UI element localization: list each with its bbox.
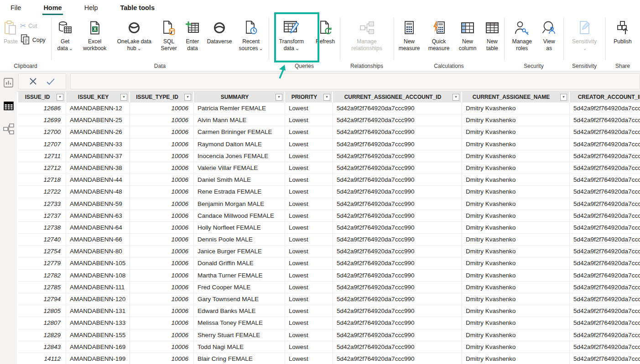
cell-issue_id[interactable]: 12779 bbox=[18, 257, 66, 269]
cell-current_assignee_account_id[interactable]: 5d42a9f2f764920da7ccc990 bbox=[333, 293, 462, 305]
cell-issue_type_id[interactable]: 10006 bbox=[130, 174, 194, 185]
cell-current_assignee_name[interactable]: Dmitry Kvashenko bbox=[462, 282, 570, 293]
column-header-creator_account_id[interactable]: CREATOR_ACCOUNT_ID▾ bbox=[570, 92, 640, 103]
column-filter-button[interactable]: ▾ bbox=[323, 94, 330, 101]
cell-issue_id[interactable]: 12686 bbox=[18, 103, 66, 114]
cell-current_assignee_account_id[interactable]: 5d42a9f2f764920da7ccc990 bbox=[333, 246, 462, 257]
cell-creator_account_id[interactable]: 5d42a9f2f764920da7ccc990 bbox=[570, 270, 640, 281]
enter-data-button[interactable]: Enter data bbox=[182, 18, 203, 53]
recent-sources-button[interactable]: Recent sources⌄ bbox=[236, 18, 265, 53]
cell-issue_key[interactable]: AMANDABENN-63 bbox=[66, 210, 130, 221]
copy-button[interactable]: Copy bbox=[20, 34, 46, 46]
cell-issue_key[interactable]: AMANDABENN-33 bbox=[66, 138, 130, 150]
sidebar-data-view[interactable] bbox=[2, 100, 15, 113]
cell-current_assignee_account_id[interactable]: 5d42a9f2f764920da7ccc990 bbox=[333, 162, 462, 174]
cell-issue_id[interactable]: 12737 bbox=[18, 210, 66, 221]
view-as-button[interactable]: View as bbox=[540, 18, 558, 53]
cell-current_assignee_account_id[interactable]: 5d42a9f2f764920da7ccc990 bbox=[333, 353, 462, 364]
cell-current_assignee_name[interactable]: Dmitry Kvashenko bbox=[462, 341, 570, 353]
cell-priority[interactable]: Lowest bbox=[285, 293, 333, 305]
cell-creator_account_id[interactable]: 5d42a9f2f764920da7ccc990 bbox=[570, 138, 640, 150]
cell-issue_key[interactable]: AMANDABENN-133 bbox=[66, 317, 130, 328]
cell-priority[interactable]: Lowest bbox=[285, 234, 333, 245]
cell-current_assignee_name[interactable]: Dmitry Kvashenko bbox=[462, 317, 570, 328]
cell-issue_type_id[interactable]: 10006 bbox=[130, 305, 194, 317]
cell-issue_id[interactable]: 12782 bbox=[18, 270, 66, 281]
cell-creator_account_id[interactable]: 5d42a9f2f764920da7ccc990 bbox=[570, 246, 640, 257]
cell-issue_id[interactable]: 12785 bbox=[18, 282, 66, 293]
column-filter-button[interactable]: ▾ bbox=[560, 94, 567, 101]
cell-priority[interactable]: Lowest bbox=[285, 270, 333, 281]
cell-issue_id[interactable]: 12718 bbox=[18, 174, 66, 185]
cell-priority[interactable]: Lowest bbox=[285, 150, 333, 162]
cell-issue_key[interactable]: AMANDABENN-111 bbox=[66, 282, 130, 293]
cell-current_assignee_name[interactable]: Dmitry Kvashenko bbox=[462, 198, 570, 210]
cell-issue_type_id[interactable]: 10006 bbox=[130, 103, 194, 114]
cell-creator_account_id[interactable]: 5d42a9f2f764920da7ccc990 bbox=[570, 293, 640, 305]
dataverse-button[interactable]: Dataverse bbox=[206, 18, 234, 46]
cell-issue_type_id[interactable]: 10006 bbox=[130, 293, 194, 305]
cell-issue_key[interactable]: AMANDABENN-120 bbox=[66, 293, 130, 305]
cell-priority[interactable]: Lowest bbox=[285, 138, 333, 150]
cell-summary[interactable]: Donald Griffin MALE bbox=[194, 257, 285, 269]
cell-issue_id[interactable]: 12794 bbox=[18, 293, 66, 305]
cell-creator_account_id[interactable]: 5d42a9f2f764920da7ccc990 bbox=[570, 329, 640, 341]
cell-issue_key[interactable]: AMANDABENN-80 bbox=[66, 246, 130, 257]
cell-current_assignee_name[interactable]: Dmitry Kvashenko bbox=[462, 162, 570, 174]
cell-current_assignee_account_id[interactable]: 5d42a9f2f764920da7ccc990 bbox=[333, 114, 462, 126]
cell-current_assignee_name[interactable]: Dmitry Kvashenko bbox=[462, 246, 570, 257]
cell-priority[interactable]: Lowest bbox=[285, 198, 333, 210]
cell-summary[interactable]: Todd Nagi MALE bbox=[194, 341, 285, 353]
cell-creator_account_id[interactable]: 5d42a9f2f764920da7ccc990 bbox=[570, 103, 640, 114]
cell-priority[interactable]: Lowest bbox=[285, 257, 333, 269]
cell-creator_account_id[interactable]: 5d42a9f2f764920da7ccc990 bbox=[570, 222, 640, 233]
cell-summary[interactable]: Valerie Villar FEMALE bbox=[194, 162, 285, 174]
menu-file[interactable]: File bbox=[10, 4, 21, 11]
cell-priority[interactable]: Lowest bbox=[285, 329, 333, 341]
cell-priority[interactable]: Lowest bbox=[285, 103, 333, 114]
cell-summary[interactable]: Melissa Toney FEMALE bbox=[194, 317, 285, 328]
cell-summary[interactable]: Edward Banks MALE bbox=[194, 305, 285, 317]
cell-issue_id[interactable]: 12740 bbox=[18, 234, 66, 245]
cell-priority[interactable]: Lowest bbox=[285, 186, 333, 197]
cell-current_assignee_account_id[interactable]: 5d42a9f2f764920da7ccc990 bbox=[333, 329, 462, 341]
cell-summary[interactable]: Inocencia Jones FEMALE bbox=[194, 150, 285, 162]
cell-creator_account_id[interactable]: 5d42a9f2f764920da7ccc990 bbox=[570, 234, 640, 245]
cell-issue_type_id[interactable]: 10006 bbox=[130, 329, 194, 341]
cell-creator_account_id[interactable]: 5d42a9f2f764920da7ccc990 bbox=[570, 353, 640, 364]
new-measure-button[interactable]: New measure bbox=[395, 18, 423, 53]
manage-roles-button[interactable]: Manage roles bbox=[509, 18, 535, 53]
cancel-button[interactable] bbox=[29, 77, 37, 85]
cell-issue_type_id[interactable]: 10006 bbox=[130, 138, 194, 150]
cell-summary[interactable]: Holly Norfleet FEMALE bbox=[194, 222, 285, 233]
cell-current_assignee_name[interactable]: Dmitry Kvashenko bbox=[462, 186, 570, 197]
cell-current_assignee_account_id[interactable]: 5d42a9f2f764920da7ccc990 bbox=[333, 186, 462, 197]
cell-issue_id[interactable]: 12807 bbox=[18, 317, 66, 328]
cell-creator_account_id[interactable]: 5d42a9f2f764920da7ccc990 bbox=[570, 282, 640, 293]
cell-summary[interactable]: Patricia Remler FEMALE bbox=[194, 103, 285, 114]
cell-issue_key[interactable]: AMANDABENN-37 bbox=[66, 150, 130, 162]
column-header-issue_key[interactable]: ISSUE_KEY▾ bbox=[66, 92, 130, 103]
cell-issue_id[interactable]: 12843 bbox=[18, 341, 66, 353]
cell-priority[interactable]: Lowest bbox=[285, 305, 333, 317]
column-header-summary[interactable]: SUMMARY▾ bbox=[194, 92, 285, 103]
transform-data-button[interactable]: Transform data⌄ bbox=[272, 18, 311, 53]
sidebar-model-view[interactable] bbox=[2, 123, 15, 136]
cell-issue_key[interactable]: AMANDABENN-131 bbox=[66, 305, 130, 317]
cell-issue_type_id[interactable]: 10006 bbox=[130, 198, 194, 210]
cell-issue_key[interactable]: AMANDABENN-169 bbox=[66, 341, 130, 353]
cell-current_assignee_name[interactable]: Dmitry Kvashenko bbox=[462, 174, 570, 185]
cell-priority[interactable]: Lowest bbox=[285, 317, 333, 328]
commit-button[interactable] bbox=[46, 78, 55, 85]
cell-current_assignee_account_id[interactable]: 5d42a9f2f764920da7ccc990 bbox=[333, 174, 462, 185]
cell-priority[interactable]: Lowest bbox=[285, 114, 333, 126]
sensitivity-button[interactable]: Sensitivity ⌄ bbox=[568, 18, 600, 53]
column-header-current_assignee_name[interactable]: CURRENT_ASSIGNEE_NAME▾ bbox=[462, 92, 570, 103]
cell-issue_type_id[interactable]: 10006 bbox=[130, 341, 194, 353]
column-filter-button[interactable]: ▾ bbox=[57, 94, 63, 101]
cell-issue_type_id[interactable]: 10006 bbox=[130, 270, 194, 281]
cell-issue_key[interactable]: AMANDABENN-12 bbox=[66, 103, 130, 114]
cell-current_assignee_account_id[interactable]: 5d42a9f2f764920da7ccc990 bbox=[333, 150, 462, 162]
cell-priority[interactable]: Lowest bbox=[285, 341, 333, 353]
refresh-button[interactable]: Refresh bbox=[314, 18, 336, 46]
